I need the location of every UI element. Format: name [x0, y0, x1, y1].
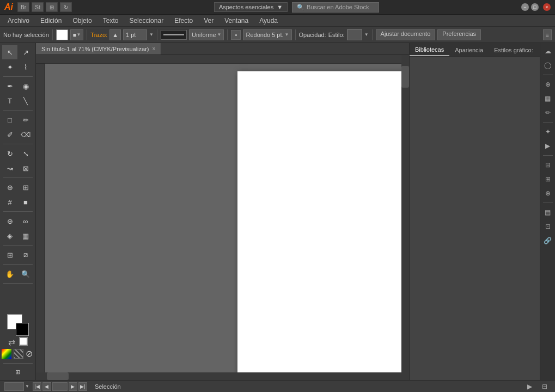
- trazo-dropdown-icon: ▼: [149, 32, 154, 37]
- close-button[interactable]: ×: [543, 3, 551, 11]
- color-mode-icon[interactable]: [2, 349, 11, 359]
- hand-tool[interactable]: ✋: [2, 267, 17, 281]
- prev-page-button[interactable]: ◀: [42, 382, 51, 391]
- color-wheel-icon[interactable]: ⊕: [542, 78, 554, 90]
- trazo-up[interactable]: ▲: [109, 29, 121, 40]
- artboards-icon[interactable]: ⊡: [542, 220, 554, 232]
- no-fill-icon[interactable]: ⊘: [26, 350, 34, 358]
- menu-ayuda[interactable]: Ayuda: [254, 16, 283, 26]
- panel-tab-bibliotecas[interactable]: Bibliotecas: [410, 44, 449, 56]
- main-area: ↖ ↗ ✦ ⌇ ✒ ◉ T ╲ □ ✏ ✐ ⌫ ↻ ⤡ ↝: [0, 43, 555, 380]
- preferences-button[interactable]: Preferencias: [437, 29, 481, 40]
- direct-selection-tool[interactable]: ↗: [18, 45, 33, 59]
- menu-ventana[interactable]: Ventana: [219, 16, 254, 26]
- rotate-tool[interactable]: ↻: [2, 146, 17, 161]
- warp-tool[interactable]: ↝: [2, 161, 17, 175]
- mesh-tool[interactable]: #: [2, 195, 17, 209]
- magic-wand-tool[interactable]: ✦: [2, 60, 17, 74]
- rotate-icon[interactable]: ↻: [60, 2, 72, 12]
- panel-tab-apariencia[interactable]: Apariencia: [449, 45, 489, 56]
- stroke-style-dropdown[interactable]: Uniforme ▼: [189, 29, 224, 40]
- stroke-preview: [161, 30, 187, 40]
- zoom-tool[interactable]: 🔍: [18, 267, 33, 281]
- ruler-horizontal: [36, 55, 409, 64]
- actions-icon[interactable]: ▶: [542, 140, 554, 152]
- canvas-area[interactable]: Sin título-1 al 71% (CMYK/Previsualizar)…: [36, 43, 409, 380]
- menu-texto[interactable]: Texto: [97, 16, 124, 26]
- menu-efecto[interactable]: Efecto: [169, 16, 198, 26]
- creative-cloud-icon[interactable]: ☁: [542, 45, 554, 57]
- lasso-tool[interactable]: ⌇: [18, 60, 33, 74]
- menu-edicion[interactable]: Edición: [35, 16, 67, 26]
- stroke-color[interactable]: [16, 323, 29, 336]
- last-page-button[interactable]: ▶|: [78, 382, 87, 391]
- paintbrush-tool[interactable]: ✏: [18, 113, 33, 127]
- cap-style-dropdown[interactable]: Redondo 5 pt. ▼: [243, 29, 291, 40]
- workspace-selector[interactable]: Aspectos esenciales ▼: [214, 2, 288, 12]
- minimize-button[interactable]: −: [521, 3, 529, 11]
- blend-tool[interactable]: ∞: [18, 214, 33, 228]
- pen-tool[interactable]: ✒: [2, 79, 17, 93]
- close-tab-button[interactable]: ×: [152, 46, 155, 52]
- line-tool[interactable]: ╲: [18, 94, 33, 108]
- gradient-mode-icon[interactable]: [14, 349, 23, 359]
- menu-archivo[interactable]: Archivo: [2, 16, 35, 26]
- eraser-tool[interactable]: ⌫: [18, 127, 33, 142]
- status-icon2[interactable]: ⊟: [539, 381, 551, 393]
- page-number-input[interactable]: 1: [52, 382, 68, 391]
- default-colors-icon[interactable]: [19, 337, 28, 346]
- grid-icon[interactable]: ⊞: [46, 2, 58, 12]
- canvas-scroll[interactable]: [36, 55, 409, 380]
- menu-ver[interactable]: Ver: [198, 16, 219, 26]
- swap-colors-icon[interactable]: ⇄: [8, 337, 17, 346]
- type-tool[interactable]: T: [2, 94, 17, 108]
- slice-tool[interactable]: ⧄: [18, 248, 33, 262]
- change-screen-mode-button[interactable]: ⊞: [3, 366, 33, 378]
- pencil-tool[interactable]: ✐: [2, 127, 17, 142]
- bridge-icon[interactable]: Br: [17, 2, 29, 12]
- next-page-button[interactable]: ▶: [69, 382, 77, 391]
- pathfinder-icon[interactable]: ⊕: [542, 187, 554, 199]
- menu-objeto[interactable]: Objeto: [67, 16, 97, 26]
- artboard-tool[interactable]: ⊞: [2, 248, 17, 262]
- panel-tab-estilos[interactable]: Estilos gráfico:: [489, 45, 539, 56]
- free-transform-tool[interactable]: ⊠: [18, 161, 33, 175]
- fill-color-box[interactable]: [56, 29, 68, 40]
- menu-seleccionar[interactable]: Seleccionar: [124, 16, 169, 26]
- toolbar: No hay selección ■▼ Trazo: ▲ ▼ Uniforme …: [0, 27, 555, 43]
- rectangle-tool[interactable]: □: [2, 113, 17, 127]
- selection-tool[interactable]: ↖: [2, 45, 17, 59]
- status-icon[interactable]: ▶: [523, 381, 535, 393]
- swatches-icon[interactable]: ▦: [542, 93, 554, 105]
- vertical-scrollbar[interactable]: [401, 55, 409, 380]
- panel-options-icon[interactable]: ≡: [543, 29, 552, 40]
- panel-content: [410, 57, 540, 380]
- style-color-box[interactable]: [347, 29, 362, 40]
- perspective-tool[interactable]: ⊞: [18, 180, 33, 194]
- symbol-sprayer-tool[interactable]: ◈: [2, 229, 17, 243]
- gradient-tool[interactable]: ■: [18, 195, 33, 209]
- learn-icon[interactable]: ◯: [542, 59, 554, 71]
- maximize-button[interactable]: □: [531, 3, 539, 11]
- align-icon[interactable]: ⊟: [542, 159, 554, 171]
- horizontal-scrollbar[interactable]: [36, 372, 401, 380]
- layers-icon[interactable]: ▤: [542, 206, 554, 218]
- trazo-value[interactable]: [123, 29, 147, 40]
- adjust-document-button[interactable]: Ajustar documento: [376, 29, 436, 40]
- links-icon[interactable]: 🔗: [542, 235, 554, 247]
- transform-icon[interactable]: ⊞: [542, 173, 554, 185]
- symbols-icon[interactable]: ✦: [542, 126, 554, 138]
- brushes-icon[interactable]: ✏: [542, 107, 554, 119]
- document-tab[interactable]: Sin título-1 al 71% (CMYK/Previsualizar)…: [36, 43, 161, 54]
- eyedropper-tool[interactable]: ⊕: [2, 214, 17, 228]
- first-page-button[interactable]: |◀: [33, 382, 41, 391]
- shape-builder-tool[interactable]: ⊕: [2, 180, 17, 194]
- anchor-tool[interactable]: ◉: [18, 79, 33, 93]
- search-bar[interactable]: 🔍 Buscar en Adobe Stock: [292, 2, 379, 13]
- scale-tool[interactable]: ⤡: [18, 146, 33, 161]
- stroke-shape-selector[interactable]: ■▼: [70, 29, 84, 40]
- column-chart-tool[interactable]: ▦: [18, 229, 33, 243]
- zoom-input[interactable]: 71%: [4, 382, 24, 391]
- stock-icon[interactable]: St: [32, 2, 44, 12]
- zoom-control[interactable]: 71% ▼: [4, 382, 29, 391]
